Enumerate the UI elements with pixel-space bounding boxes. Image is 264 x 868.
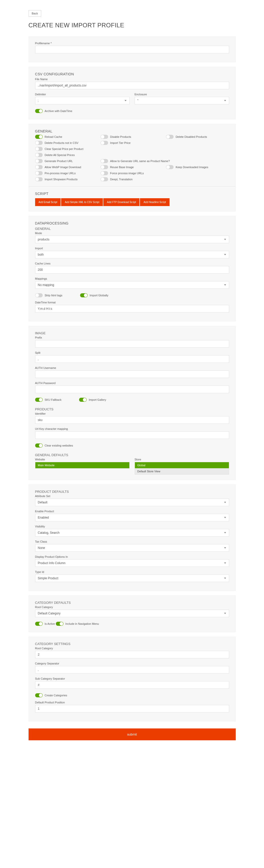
website-listbox[interactable]: Main Website bbox=[35, 462, 130, 468]
website-option[interactable]: Main Website bbox=[35, 462, 129, 468]
split-input[interactable] bbox=[35, 355, 229, 363]
product-defaults-panel: PRODUCT DEFAULTS Attribute Set Default E… bbox=[29, 485, 236, 591]
import-globally-toggle[interactable]: Import Globally bbox=[80, 293, 108, 297]
dp-general-heading: GENERAL bbox=[35, 227, 229, 230]
csv-panel: CSV CONFIGURATION File Name Delimiter ; … bbox=[29, 67, 236, 119]
reuse-base-toggle[interactable]: Reuse Base Image bbox=[101, 165, 163, 169]
cat-sep-input[interactable] bbox=[35, 666, 229, 674]
create-cats-toggle[interactable]: Create Categories bbox=[35, 693, 67, 698]
store-listbox[interactable]: Global Default Store View bbox=[135, 462, 229, 474]
add-email-script-button[interactable]: Add Email Script bbox=[35, 198, 61, 206]
auth-pass-label: AUTH Password bbox=[35, 381, 229, 384]
auth-user-input[interactable] bbox=[35, 370, 229, 378]
import-tier-price-toggle[interactable]: Import Tier Price bbox=[101, 141, 163, 145]
sub-cat-sep-input[interactable] bbox=[35, 681, 229, 689]
submit-button[interactable]: submit bbox=[29, 728, 236, 740]
store-label: Store bbox=[135, 458, 229, 461]
enclosure-select[interactable]: " bbox=[135, 97, 229, 104]
profilename-panel: Profilename * bbox=[29, 36, 236, 62]
toggle-thumb bbox=[39, 109, 42, 113]
datetime-input[interactable] bbox=[35, 305, 229, 312]
url-key-label: Url Key character mapping bbox=[35, 427, 229, 430]
prod-defaults-heading: PRODUCT DEFAULTS bbox=[35, 490, 229, 494]
file-name-label: File Name bbox=[35, 78, 229, 81]
mappings-select[interactable]: No mapping bbox=[35, 281, 229, 289]
include-nav-toggle[interactable]: Include in Navigation Menu bbox=[56, 622, 99, 626]
prefix-input[interactable] bbox=[35, 340, 229, 348]
store-option-global[interactable]: Global bbox=[135, 462, 229, 468]
allow-generate-url-toggle[interactable]: Allow to Generate URL same as Product Na… bbox=[101, 159, 229, 163]
auth-pass-input[interactable] bbox=[35, 385, 229, 393]
attr-set-label: Attribute Set bbox=[35, 495, 229, 498]
archive-toggle[interactable]: Archive with DateTime bbox=[35, 109, 72, 113]
delete-all-special-toggle[interactable]: Delete All Special Prices bbox=[35, 153, 98, 157]
generate-url-toggle[interactable]: Generate Product URL bbox=[35, 159, 98, 163]
add-xml-script-button[interactable]: Add Simple XML to CSV Script bbox=[61, 198, 103, 206]
delete-disabled-toggle[interactable]: Delete Disabled Products bbox=[166, 135, 229, 139]
default-pos-label: Default Product Position bbox=[35, 701, 229, 704]
back-button[interactable]: Back bbox=[29, 10, 41, 17]
display-opts-label: Display Product Options In bbox=[35, 555, 229, 558]
root-cat-select[interactable]: Default Category bbox=[35, 610, 229, 617]
archive-label: Archive with DateTime bbox=[45, 110, 72, 113]
attr-set-select[interactable]: Default bbox=[35, 499, 229, 506]
import-select[interactable]: both bbox=[35, 251, 229, 258]
force-process-toggle[interactable]: Force process image URLs bbox=[101, 171, 163, 175]
enable-select[interactable]: Enabled bbox=[35, 514, 229, 521]
cat-sep-label: Category Separator bbox=[35, 662, 229, 665]
mode-label: Mode bbox=[35, 231, 229, 235]
sku-fallback-toggle[interactable]: SKU Fallback bbox=[35, 398, 62, 402]
mode-select[interactable]: products bbox=[35, 236, 229, 243]
identifier-label: Identifier bbox=[35, 412, 229, 415]
import-shopware-toggle[interactable]: Import Shopware Products bbox=[35, 177, 98, 181]
is-active-toggle[interactable]: Is Active bbox=[35, 622, 55, 626]
page-title: CREATE NEW IMPORT PROFILE bbox=[29, 22, 236, 29]
sub-cat-sep-label: Sub Category Separator bbox=[35, 677, 229, 680]
image-panel: IMAGE Prefix Split AUTH Username AUTH Pa… bbox=[29, 326, 236, 480]
delete-not-in-csv-toggle[interactable]: Delete Products not in CSV bbox=[35, 141, 98, 145]
allow-webp-toggle[interactable]: Allow WebP Image Download bbox=[35, 165, 98, 169]
type-id-select[interactable]: Simple Product bbox=[35, 575, 229, 582]
delimiter-select[interactable]: ; bbox=[35, 97, 130, 104]
delimiter-label: Delimiter bbox=[35, 93, 130, 96]
profilename-input[interactable] bbox=[35, 46, 229, 53]
keep-downloaded-toggle[interactable]: Keep Downloaded Images bbox=[166, 165, 229, 169]
root-cat2-input[interactable] bbox=[35, 651, 229, 658]
general-panel: GENERAL Reload Cache Disable Products De… bbox=[29, 124, 236, 211]
tax-label: Tax Class bbox=[35, 540, 229, 543]
auth-user-label: AUTH Username bbox=[35, 366, 229, 369]
tax-select[interactable]: None bbox=[35, 544, 229, 552]
disable-products-toggle[interactable]: Disable Products bbox=[101, 135, 163, 139]
datetime-label: DateTime format bbox=[35, 301, 229, 304]
url-key-input[interactable] bbox=[35, 431, 229, 439]
visibility-label: Visibility bbox=[35, 525, 229, 528]
deepl-toggle[interactable]: DeepL Translation bbox=[101, 177, 163, 181]
root-cat2-label: Root Category bbox=[35, 647, 229, 650]
gen-defaults-heading: GENERAL DEFAULTS bbox=[35, 453, 229, 457]
file-name-input[interactable] bbox=[35, 82, 229, 89]
enclosure-label: Enclosure bbox=[135, 93, 229, 96]
mappings-label: Mappings bbox=[35, 277, 229, 280]
cache-lines-input[interactable] bbox=[35, 266, 229, 274]
identifier-input[interactable] bbox=[35, 416, 229, 424]
strip-html-toggle[interactable]: Strip html tags bbox=[35, 293, 62, 297]
import-gallery-toggle[interactable]: Import Gallery bbox=[79, 398, 106, 402]
import-label: Import bbox=[35, 247, 229, 250]
add-ftp-script-button[interactable]: Add FTP Download Script bbox=[103, 198, 139, 206]
clear-websites-toggle[interactable]: Clear existing websites bbox=[35, 443, 73, 447]
cache-lines-label: Cache Lines bbox=[35, 262, 229, 265]
prefix-label: Prefix bbox=[35, 336, 229, 339]
clear-special-toggle[interactable]: Clear Special Price per Product bbox=[35, 147, 98, 151]
category-settings-panel: CATEGORY SETTINGS Root Category Category… bbox=[29, 637, 236, 721]
add-headline-script-button[interactable]: Add Headline Script bbox=[140, 198, 169, 206]
visibility-select[interactable]: Catalog, Search bbox=[35, 529, 229, 536]
toggle-track bbox=[35, 109, 43, 113]
display-opts-select[interactable]: Product Info Column bbox=[35, 559, 229, 567]
image-heading: IMAGE bbox=[35, 331, 229, 335]
store-option-default[interactable]: Default Store View bbox=[135, 468, 229, 474]
preprocess-toggle[interactable]: Pre-process image URLs bbox=[35, 171, 98, 175]
reload-cache-toggle[interactable]: Reload Cache bbox=[35, 135, 98, 139]
root-cat-label: Root Category bbox=[35, 606, 229, 609]
csv-heading: CSV CONFIGURATION bbox=[35, 72, 229, 76]
default-pos-input[interactable] bbox=[35, 705, 229, 713]
